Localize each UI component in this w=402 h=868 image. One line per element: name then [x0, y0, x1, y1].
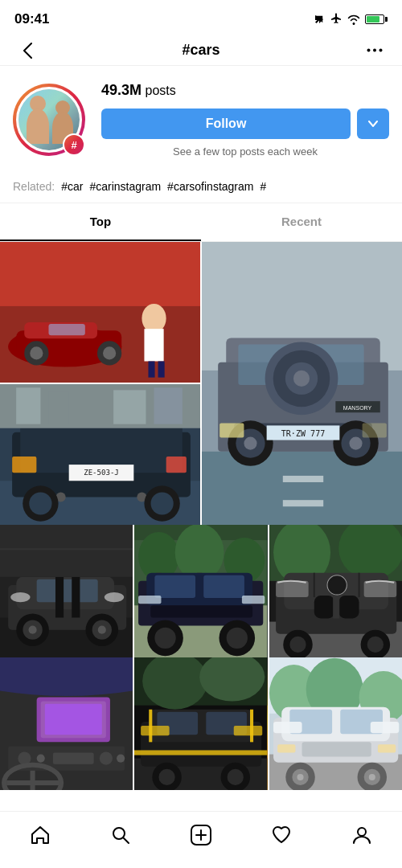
svg-rect-14 — [144, 329, 163, 361]
svg-rect-109 — [314, 596, 334, 618]
svg-rect-81 — [0, 548, 133, 550]
svg-text:MANSORY: MANSORY — [343, 405, 372, 411]
nav-home[interactable] — [17, 821, 64, 849]
svg-point-154 — [228, 769, 244, 785]
svg-point-12 — [103, 346, 116, 359]
search-icon — [110, 825, 131, 845]
svg-rect-144 — [134, 750, 267, 755]
related-tag-car[interactable]: #car — [61, 180, 83, 193]
svg-point-101 — [227, 628, 248, 649]
svg-rect-16 — [158, 361, 165, 377]
svg-text:TR·ZW 777: TR·ZW 777 — [281, 429, 326, 438]
grid-item-yellow-car[interactable] — [134, 657, 267, 790]
svg-point-72 — [10, 592, 30, 602]
svg-point-13 — [142, 304, 166, 333]
svg-point-176 — [113, 828, 125, 839]
svg-rect-63 — [113, 390, 146, 424]
svg-rect-111 — [333, 596, 339, 618]
nav-profile[interactable] — [338, 821, 385, 849]
related-label: Related: — [13, 180, 55, 193]
svg-rect-42 — [283, 476, 323, 482]
grid-item-grey-suv[interactable]: TR·ZW 777 MANSORY — [202, 242, 402, 525]
svg-rect-94 — [204, 575, 245, 598]
follow-dropdown-button[interactable] — [357, 108, 389, 139]
svg-rect-150 — [234, 726, 262, 735]
svg-point-178 — [358, 828, 366, 836]
tab-top[interactable]: Top — [0, 203, 201, 241]
airplane-icon — [330, 13, 343, 26]
svg-point-0 — [367, 49, 371, 52]
svg-rect-19 — [202, 452, 402, 525]
tab-recent[interactable]: Recent — [201, 203, 402, 241]
nav-search[interactable] — [97, 821, 144, 849]
svg-point-28 — [293, 371, 310, 387]
wifi-icon — [347, 14, 360, 25]
svg-rect-95 — [151, 605, 253, 617]
related-tag-carinstagram[interactable]: #carinstagram — [89, 180, 161, 193]
header: #cars — [0, 35, 402, 66]
profile-section: # 49.3M posts Follow See a few top posts… — [0, 66, 402, 170]
photo-grid-top: TR·ZW 777 MANSORY — [0, 242, 402, 525]
svg-point-152 — [159, 769, 175, 785]
svg-rect-149 — [141, 726, 169, 735]
svg-rect-116 — [276, 581, 309, 597]
svg-point-10 — [30, 346, 43, 359]
back-button[interactable] — [13, 43, 42, 59]
avatar[interactable]: # — [13, 84, 85, 156]
grid-item-bmw[interactable] — [269, 525, 402, 657]
svg-point-172 — [297, 774, 303, 780]
nav-activity[interactable] — [258, 821, 305, 849]
svg-rect-41 — [363, 423, 387, 437]
home-icon — [30, 825, 51, 845]
profile-icon — [351, 825, 372, 845]
svg-point-175 — [368, 774, 375, 780]
related-tag-carsofinstagram[interactable]: #carsofinstagram — [167, 180, 253, 193]
svg-rect-40 — [219, 423, 244, 437]
svg-rect-93 — [155, 575, 196, 598]
svg-rect-48 — [12, 457, 36, 473]
svg-point-119 — [289, 637, 306, 653]
grid-item-red-car[interactable] — [0, 242, 200, 383]
follow-button[interactable]: Follow — [101, 108, 351, 139]
svg-point-73 — [105, 592, 124, 602]
svg-rect-49 — [166, 457, 187, 473]
svg-point-121 — [367, 637, 383, 653]
svg-rect-126 — [45, 704, 102, 735]
svg-rect-96 — [138, 596, 161, 604]
svg-rect-135 — [6, 780, 59, 785]
grid-item-mustang[interactable] — [0, 525, 133, 657]
related-tags: #car #carinstagram #carsofinstagram # — [61, 180, 266, 193]
profile-info: 49.3M posts Follow See a few top posts e… — [101, 82, 389, 158]
status-bar: 09:41 — [0, 0, 402, 35]
grid-item-lambo[interactable]: ZE-503-J — [0, 384, 200, 525]
svg-rect-169 — [378, 744, 396, 752]
bottom-nav — [0, 811, 402, 868]
svg-rect-8 — [48, 324, 84, 335]
svg-rect-61 — [16, 387, 40, 424]
svg-point-131 — [100, 751, 113, 764]
svg-rect-110 — [338, 596, 359, 618]
svg-rect-117 — [363, 581, 396, 597]
grid-item-silver-car[interactable] — [269, 657, 402, 790]
location-icon — [314, 14, 325, 25]
grid-item-interior[interactable] — [0, 657, 133, 790]
svg-point-76 — [28, 626, 36, 634]
grid-item-black-suv[interactable] — [134, 525, 267, 657]
page-title: #cars — [42, 42, 360, 59]
svg-point-57 — [29, 492, 51, 514]
battery-icon — [365, 14, 388, 24]
svg-text:ZE-503-J: ZE-503-J — [84, 469, 119, 477]
more-button[interactable] — [360, 48, 389, 52]
svg-rect-70 — [55, 577, 64, 618]
svg-point-1 — [373, 49, 376, 52]
heart-icon — [271, 825, 292, 845]
status-time: 09:41 — [14, 11, 49, 27]
svg-point-32 — [244, 437, 256, 450]
svg-point-85 — [175, 525, 224, 581]
see-top-posts-text: See a few top posts each week — [101, 145, 389, 158]
content: TR·ZW 777 MANSORY — [0, 242, 402, 854]
svg-rect-15 — [148, 361, 154, 377]
related-tag-more[interactable]: # — [260, 180, 266, 193]
nav-add[interactable] — [178, 821, 224, 849]
status-icons — [314, 13, 388, 26]
